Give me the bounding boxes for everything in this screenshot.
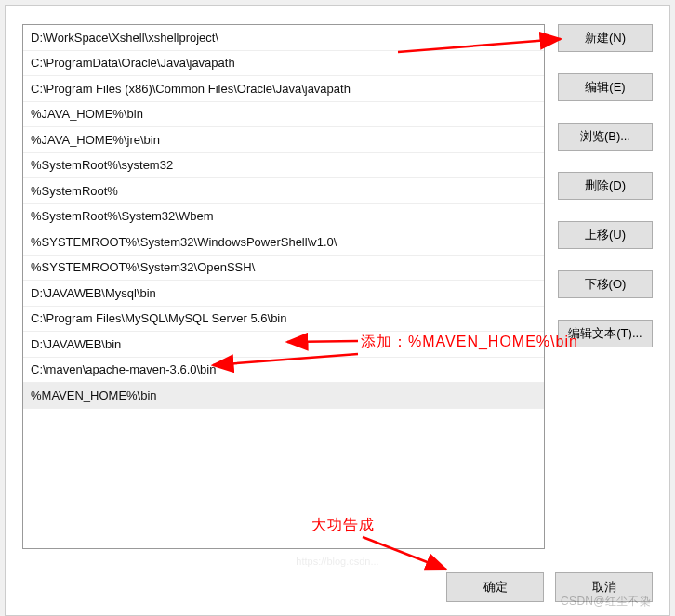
edit-button[interactable]: 编辑(E) xyxy=(558,73,653,101)
edit-text-button[interactable]: 编辑文本(T)... xyxy=(558,320,653,347)
list-item[interactable]: %SYSTEMROOT%\System32\OpenSSH\ xyxy=(23,256,544,282)
dialog-body: D:\WorkSpace\Xshell\xshellproject\C:\Pro… xyxy=(5,5,670,616)
list-item[interactable]: %JAVA_HOME%\jre\bin xyxy=(23,127,544,153)
list-item[interactable]: C:\maven\apache-maven-3.6.0\bin xyxy=(23,358,544,384)
list-item[interactable]: C:\ProgramData\Oracle\Java\javapath xyxy=(23,51,544,77)
list-item[interactable]: D:\WorkSpace\Xshell\xshellproject\ xyxy=(23,25,544,51)
list-item[interactable]: C:\Program Files (x86)\Common Files\Orac… xyxy=(23,76,544,102)
path-listbox[interactable]: D:\WorkSpace\Xshell\xshellproject\C:\Pro… xyxy=(22,24,545,549)
list-item[interactable]: %JAVA_HOME%\bin xyxy=(23,102,544,128)
list-item[interactable]: D:\JAVAWEB\bin xyxy=(23,332,544,358)
ok-button[interactable]: 确定 xyxy=(446,572,544,602)
watermark: CSDN@红尘不染 xyxy=(561,594,651,609)
move-down-button[interactable]: 下移(O) xyxy=(558,270,653,298)
list-item[interactable]: %SystemRoot% xyxy=(23,178,544,204)
list-item[interactable]: C:\Program Files\MySQL\MySQL Server 5.6\… xyxy=(23,307,544,333)
delete-button[interactable]: 删除(D) xyxy=(558,172,653,200)
list-item[interactable]: %SystemRoot%\System32\Wbem xyxy=(23,204,544,230)
side-buttons: 新建(N) 编辑(E) 浏览(B)... 删除(D) 上移(U) 下移(O) 编… xyxy=(558,24,653,549)
list-item[interactable]: %MAVEN_HOME%\bin xyxy=(23,383,544,409)
browse-button[interactable]: 浏览(B)... xyxy=(558,123,653,151)
list-item[interactable]: D:\JAVAWEB\Mysql\bin xyxy=(23,281,544,307)
list-item[interactable]: %SYSTEMROOT%\System32\WindowsPowerShell\… xyxy=(23,229,544,256)
faint-watermark: https://blog.csdn... xyxy=(296,556,378,567)
move-up-button[interactable]: 上移(U) xyxy=(558,221,653,249)
list-item[interactable]: %SystemRoot%\system32 xyxy=(23,153,544,179)
new-button[interactable]: 新建(N) xyxy=(558,24,653,52)
content-area: D:\WorkSpace\Xshell\xshellproject\C:\Pro… xyxy=(22,24,653,549)
